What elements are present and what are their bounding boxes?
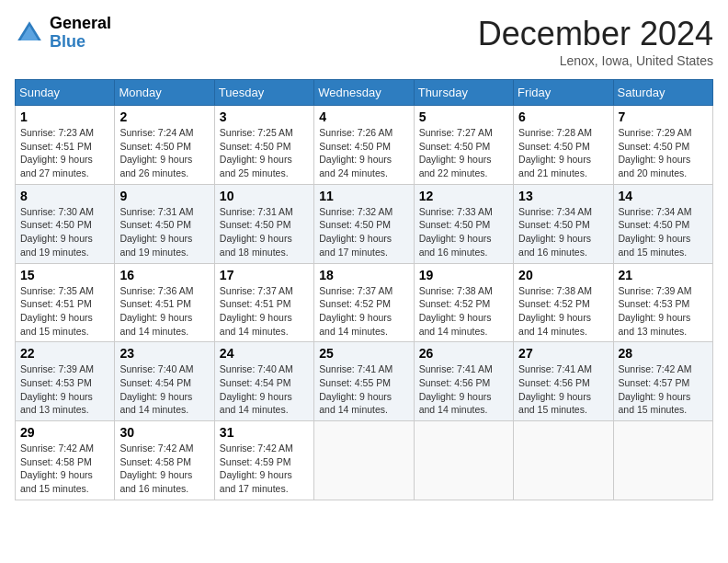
day-number: 5 xyxy=(419,109,508,124)
calendar-cell: 22 Sunrise: 7:39 AM Sunset: 4:53 PM Dayl… xyxy=(16,342,115,421)
weekday-header: Friday xyxy=(514,80,613,106)
weekday-header: Thursday xyxy=(414,80,513,106)
day-number: 18 xyxy=(319,268,408,282)
weekday-header: Tuesday xyxy=(214,80,313,106)
day-number: 4 xyxy=(319,109,408,124)
weekday-header: Wednesday xyxy=(314,80,414,106)
day-number: 31 xyxy=(220,425,309,440)
calendar-cell xyxy=(414,421,513,500)
calendar-cell: 15 Sunrise: 7:35 AM Sunset: 4:51 PM Dayl… xyxy=(16,263,115,342)
day-number: 13 xyxy=(518,189,608,203)
day-number: 26 xyxy=(419,346,508,361)
day-info: Sunrise: 7:42 AM Sunset: 4:57 PM Dayligh… xyxy=(619,362,708,417)
day-info: Sunrise: 7:32 AM Sunset: 4:50 PM Dayligh… xyxy=(319,205,408,259)
day-info: Sunrise: 7:39 AM Sunset: 4:53 PM Dayligh… xyxy=(20,362,109,417)
day-number: 9 xyxy=(119,189,209,203)
day-number: 24 xyxy=(220,346,309,361)
calendar-cell: 24 Sunrise: 7:40 AM Sunset: 4:54 PM Dayl… xyxy=(214,342,313,421)
calendar-cell: 25 Sunrise: 7:41 AM Sunset: 4:55 PM Dayl… xyxy=(314,342,414,421)
calendar-cell: 9 Sunrise: 7:31 AM Sunset: 4:50 PM Dayli… xyxy=(115,184,214,263)
calendar-cell: 23 Sunrise: 7:40 AM Sunset: 4:54 PM Dayl… xyxy=(115,342,214,421)
day-info: Sunrise: 7:38 AM Sunset: 4:52 PM Dayligh… xyxy=(419,284,508,339)
day-info: Sunrise: 7:41 AM Sunset: 4:56 PM Dayligh… xyxy=(419,362,508,417)
day-number: 11 xyxy=(319,189,408,203)
calendar-cell: 4 Sunrise: 7:26 AM Sunset: 4:50 PM Dayli… xyxy=(314,106,414,185)
day-info: Sunrise: 7:37 AM Sunset: 4:52 PM Dayligh… xyxy=(319,284,408,339)
calendar-cell: 12 Sunrise: 7:33 AM Sunset: 4:50 PM Dayl… xyxy=(414,184,513,263)
day-info: Sunrise: 7:40 AM Sunset: 4:54 PM Dayligh… xyxy=(220,362,309,417)
calendar-cell: 30 Sunrise: 7:42 AM Sunset: 4:58 PM Dayl… xyxy=(115,421,214,500)
calendar-cell: 27 Sunrise: 7:41 AM Sunset: 4:56 PM Dayl… xyxy=(514,342,613,421)
calendar-cell: 26 Sunrise: 7:41 AM Sunset: 4:56 PM Dayl… xyxy=(414,342,513,421)
weekday-header: Saturday xyxy=(613,80,712,106)
page-header: General Blue December 2024 Lenox, Iowa, … xyxy=(15,15,713,68)
day-info: Sunrise: 7:39 AM Sunset: 4:53 PM Dayligh… xyxy=(619,284,708,339)
day-number: 28 xyxy=(619,346,708,361)
title-area: December 2024 Lenox, Iowa, United States xyxy=(478,15,713,68)
calendar-cell: 21 Sunrise: 7:39 AM Sunset: 4:53 PM Dayl… xyxy=(613,263,712,342)
day-info: Sunrise: 7:30 AM Sunset: 4:50 PM Dayligh… xyxy=(20,205,109,259)
day-info: Sunrise: 7:27 AM Sunset: 4:50 PM Dayligh… xyxy=(419,126,508,180)
day-info: Sunrise: 7:35 AM Sunset: 4:51 PM Dayligh… xyxy=(20,284,109,339)
day-number: 7 xyxy=(619,109,708,124)
calendar-cell xyxy=(514,421,613,500)
day-number: 14 xyxy=(619,189,708,203)
calendar-cell: 17 Sunrise: 7:37 AM Sunset: 4:51 PM Dayl… xyxy=(214,263,313,342)
calendar-cell: 13 Sunrise: 7:34 AM Sunset: 4:50 PM Dayl… xyxy=(514,184,613,263)
day-info: Sunrise: 7:38 AM Sunset: 4:52 PM Dayligh… xyxy=(518,284,608,339)
calendar-cell: 19 Sunrise: 7:38 AM Sunset: 4:52 PM Dayl… xyxy=(414,263,513,342)
calendar-cell: 29 Sunrise: 7:42 AM Sunset: 4:58 PM Dayl… xyxy=(16,421,115,500)
calendar-cell: 18 Sunrise: 7:37 AM Sunset: 4:52 PM Dayl… xyxy=(314,263,414,342)
day-number: 15 xyxy=(20,268,109,282)
calendar-cell: 7 Sunrise: 7:29 AM Sunset: 4:50 PM Dayli… xyxy=(613,106,712,185)
day-info: Sunrise: 7:23 AM Sunset: 4:51 PM Dayligh… xyxy=(20,126,109,180)
day-info: Sunrise: 7:42 AM Sunset: 4:58 PM Dayligh… xyxy=(119,442,209,496)
day-info: Sunrise: 7:26 AM Sunset: 4:50 PM Dayligh… xyxy=(319,126,408,180)
logo-text: General Blue xyxy=(50,15,111,52)
day-info: Sunrise: 7:37 AM Sunset: 4:51 PM Dayligh… xyxy=(220,284,309,339)
calendar-cell: 16 Sunrise: 7:36 AM Sunset: 4:51 PM Dayl… xyxy=(115,263,214,342)
day-number: 19 xyxy=(419,268,508,282)
day-number: 3 xyxy=(220,109,309,124)
calendar-table: SundayMondayTuesdayWednesdayThursdayFrid… xyxy=(15,79,713,500)
day-number: 25 xyxy=(319,346,408,361)
calendar-cell: 1 Sunrise: 7:23 AM Sunset: 4:51 PM Dayli… xyxy=(16,106,115,185)
day-number: 22 xyxy=(20,346,109,361)
day-number: 8 xyxy=(20,189,109,203)
calendar-cell: 28 Sunrise: 7:42 AM Sunset: 4:57 PM Dayl… xyxy=(613,342,712,421)
day-number: 29 xyxy=(20,425,109,440)
day-number: 21 xyxy=(619,268,708,282)
month-title: December 2024 xyxy=(478,15,713,53)
day-number: 23 xyxy=(119,346,209,361)
day-number: 17 xyxy=(220,268,309,282)
calendar-cell: 5 Sunrise: 7:27 AM Sunset: 4:50 PM Dayli… xyxy=(414,106,513,185)
calendar-cell: 3 Sunrise: 7:25 AM Sunset: 4:50 PM Dayli… xyxy=(214,106,313,185)
day-info: Sunrise: 7:31 AM Sunset: 4:50 PM Dayligh… xyxy=(220,205,309,259)
day-info: Sunrise: 7:34 AM Sunset: 4:50 PM Dayligh… xyxy=(619,205,708,259)
day-number: 6 xyxy=(518,109,608,124)
location: Lenox, Iowa, United States xyxy=(478,53,713,68)
day-info: Sunrise: 7:31 AM Sunset: 4:50 PM Dayligh… xyxy=(119,205,209,259)
day-info: Sunrise: 7:28 AM Sunset: 4:50 PM Dayligh… xyxy=(518,126,608,180)
calendar-cell: 20 Sunrise: 7:38 AM Sunset: 4:52 PM Dayl… xyxy=(514,263,613,342)
day-info: Sunrise: 7:33 AM Sunset: 4:50 PM Dayligh… xyxy=(419,205,508,259)
day-info: Sunrise: 7:34 AM Sunset: 4:50 PM Dayligh… xyxy=(518,205,608,259)
calendar-cell: 11 Sunrise: 7:32 AM Sunset: 4:50 PM Dayl… xyxy=(314,184,414,263)
calendar-cell xyxy=(613,421,712,500)
logo: General Blue xyxy=(15,15,111,52)
day-number: 27 xyxy=(518,346,608,361)
logo-icon xyxy=(15,18,44,48)
day-number: 30 xyxy=(119,425,209,440)
day-info: Sunrise: 7:24 AM Sunset: 4:50 PM Dayligh… xyxy=(119,126,209,180)
calendar-cell: 2 Sunrise: 7:24 AM Sunset: 4:50 PM Dayli… xyxy=(115,106,214,185)
calendar-cell: 6 Sunrise: 7:28 AM Sunset: 4:50 PM Dayli… xyxy=(514,106,613,185)
calendar-cell xyxy=(314,421,414,500)
weekday-header: Monday xyxy=(115,80,214,106)
day-number: 20 xyxy=(518,268,608,282)
day-info: Sunrise: 7:36 AM Sunset: 4:51 PM Dayligh… xyxy=(119,284,209,339)
calendar-cell: 8 Sunrise: 7:30 AM Sunset: 4:50 PM Dayli… xyxy=(16,184,115,263)
day-info: Sunrise: 7:42 AM Sunset: 4:58 PM Dayligh… xyxy=(20,442,109,496)
day-number: 12 xyxy=(419,189,508,203)
day-info: Sunrise: 7:41 AM Sunset: 4:55 PM Dayligh… xyxy=(319,362,408,417)
day-info: Sunrise: 7:25 AM Sunset: 4:50 PM Dayligh… xyxy=(220,126,309,180)
